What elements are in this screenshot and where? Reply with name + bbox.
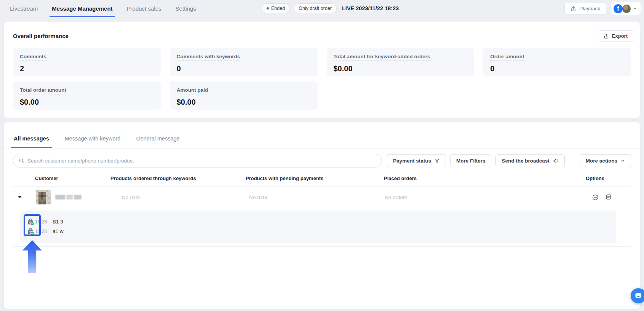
stat-label[interactable]: Amount paid	[177, 87, 208, 94]
tab-message-with-keyword[interactable]: Message with keyword	[64, 136, 121, 148]
stat-label[interactable]: Total order amount	[20, 87, 66, 94]
payment-status-label: Payment status	[393, 158, 431, 164]
message-text: B1 3	[53, 219, 63, 225]
message-item: 10:26 B1 3	[20, 217, 616, 226]
playback-icon	[570, 6, 576, 11]
tab-settings[interactable]: Settings	[175, 0, 196, 17]
cell-pending: No data	[244, 195, 377, 200]
account-avatar	[622, 4, 631, 13]
playback-label: Playback	[579, 6, 600, 11]
chat-message-icon[interactable]	[592, 194, 599, 201]
message-text: a1 w	[53, 228, 64, 234]
more-actions-button[interactable]: More actions	[580, 154, 631, 167]
search-icon	[19, 158, 24, 164]
table-header-row: Customer Products ordered through keywor…	[13, 171, 631, 187]
export-icon	[604, 33, 609, 39]
order-synced-bag-icon[interactable]	[27, 218, 34, 226]
filter-funnel-icon	[435, 158, 440, 163]
header-options: Options	[510, 175, 631, 181]
status-badge-draft-label: Only draft order	[299, 6, 332, 11]
options-cell	[510, 194, 631, 201]
playback-button[interactable]: Playback	[564, 3, 606, 14]
tab-livestream[interactable]: Livestream	[10, 0, 38, 17]
export-button[interactable]: Export	[598, 30, 633, 41]
message-time: 10:25	[35, 229, 50, 234]
customer-name-redacted	[55, 194, 83, 200]
order-synced-bag-icon[interactable]	[27, 228, 34, 235]
stat-label[interactable]: Total amount for keyword-added orders	[334, 54, 430, 61]
stat-value: $0.00	[334, 64, 468, 73]
stream-status-group: Ended Only draft order LIVE 2023/11/22 1…	[262, 3, 399, 14]
tab-general-message[interactable]: General message	[135, 136, 180, 148]
facebook-icon: f	[614, 4, 623, 13]
stat-card-comments-keywords: Comments with keywords 0	[170, 48, 318, 76]
more-filters-button[interactable]: More Filters	[450, 154, 492, 167]
message-tabs: All messages Message with keyword Genera…	[4, 122, 640, 148]
header-pending: Products with pending payments	[244, 175, 377, 181]
stat-value: 0	[177, 64, 311, 73]
stat-value: $0.00	[20, 98, 154, 107]
status-badge-draft-order: Only draft order	[294, 3, 337, 13]
header-customer: Customer	[27, 175, 110, 181]
send-broadcast-label: Send the broadcast	[502, 158, 549, 164]
header-placed: Placed orders	[377, 175, 510, 181]
tab-all-messages[interactable]: All messages	[13, 136, 50, 148]
stat-card-comments: Comments 2	[13, 48, 161, 76]
stat-card-total-order-amount: Total order amount $0.00	[13, 81, 161, 110]
status-badge-ended-label: Ended	[271, 6, 285, 11]
customer-cell	[27, 190, 110, 204]
row-expand-caret[interactable]	[18, 196, 22, 198]
more-actions-label: More actions	[586, 158, 617, 164]
send-broadcast-button[interactable]: Send the broadcast	[495, 154, 564, 167]
expanded-messages-panel: 10:26 B1 3 10:25 a1 w	[20, 211, 616, 243]
stat-card-amount-paid: Amount paid $0.00	[170, 81, 318, 110]
support-chat-button[interactable]	[631, 288, 644, 303]
header-keywords: Products ordered through keywords	[110, 175, 244, 181]
tab-product-sales[interactable]: Product sales	[127, 0, 161, 17]
search-box[interactable]	[13, 154, 382, 167]
stat-card-order-amount: Order amount 0	[483, 48, 631, 76]
chat-bubble-icon	[634, 292, 642, 300]
message-item: 10:25 a1 w	[20, 226, 616, 236]
stats-grid: Comments 2 Comments with keywords 0 Tota…	[4, 41, 640, 110]
status-badge-ended: Ended	[262, 3, 290, 13]
app-screen: Livestream Message Management Product sa…	[0, 0, 644, 311]
stat-label[interactable]: Comments	[20, 54, 46, 61]
chevron-down-icon	[621, 159, 625, 163]
overall-performance-panel: Overall performance Export Comments 2 Co…	[4, 22, 640, 118]
search-input[interactable]	[27, 158, 376, 164]
chevron-down-icon	[633, 6, 637, 11]
export-label: Export	[612, 33, 628, 39]
payment-status-button[interactable]: Payment status	[387, 154, 446, 167]
stat-label[interactable]: Comments with keywords	[177, 54, 240, 61]
nav-tabs: Livestream Message Management Product sa…	[10, 0, 196, 17]
megaphone-icon	[553, 158, 559, 164]
stat-value: 2	[20, 64, 154, 73]
messages-toolbar: Payment status More Filters Send the bro…	[4, 148, 640, 167]
overall-performance-title: Overall performance	[13, 33, 69, 39]
stat-value: 0	[490, 64, 624, 73]
more-filters-label: More Filters	[456, 158, 486, 164]
status-dot-icon	[267, 7, 269, 10]
topbar-right-group: Playback f	[564, 2, 641, 15]
stat-label[interactable]: Order amount	[490, 54, 524, 61]
tab-message-management[interactable]: Message Management	[52, 0, 112, 17]
customer-row-group: No data No data No orders 1	[13, 187, 631, 247]
cell-placed: No orders	[377, 195, 510, 200]
messages-panel: All messages Message with keyword Genera…	[4, 122, 640, 309]
table-row: No data No data No orders	[13, 187, 631, 208]
live-timestamp: LIVE 2023/11/22 18:23	[342, 5, 399, 11]
message-time: 10:26	[35, 219, 50, 225]
order-note-icon[interactable]	[605, 194, 612, 201]
top-navigation-bar: Livestream Message Management Product sa…	[0, 0, 644, 17]
stat-card-keyword-order-amount: Total amount for keyword-added orders $0…	[327, 48, 475, 76]
account-chip[interactable]: f	[611, 2, 641, 15]
stat-value: $0.00	[177, 98, 311, 107]
customer-avatar	[36, 190, 51, 204]
cell-keywords: No data	[110, 195, 244, 200]
